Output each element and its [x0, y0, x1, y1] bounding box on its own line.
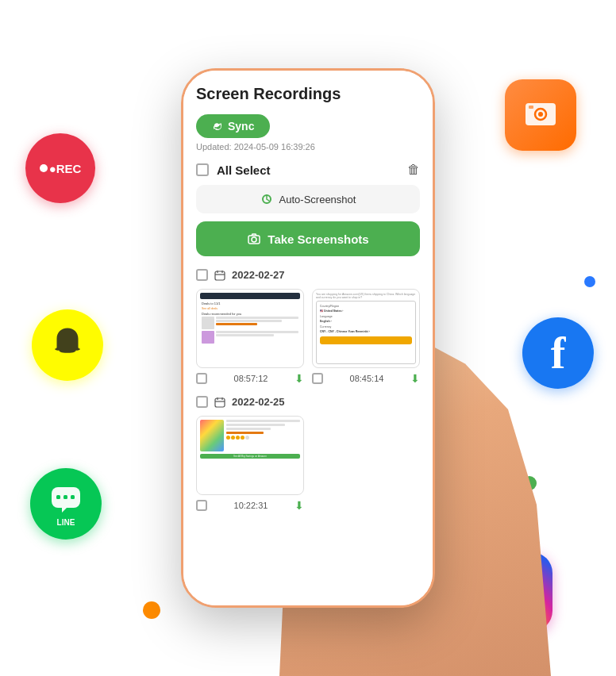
screenshots-row-1: Deals to 11/1 See all deals Deals recomm… — [196, 289, 420, 385]
all-select-row: All Select 🗑 — [196, 163, 420, 177]
svg-rect-8 — [71, 495, 75, 499]
instagram-icon — [490, 569, 536, 615]
snapchat-icon — [46, 324, 89, 367]
download-icon-2[interactable]: ⬇ — [410, 372, 420, 385]
take-screenshot-icon — [247, 232, 261, 246]
svg-rect-7 — [64, 495, 67, 499]
line-icon — [48, 481, 84, 517]
screenshots-row-2: See All Big Savings on Amazon 10:22:31 ⬇ — [196, 416, 420, 512]
phone-shell: Screen Recordings Sync Updated: 2024-05-… — [181, 68, 435, 608]
screenshot-time-row-3: 10:22:31 ⬇ — [196, 499, 304, 512]
rec-badge: ●REC — [25, 133, 95, 203]
auto-screenshot-label: Auto-Screenshot — [279, 194, 356, 205]
calendar-icon-2 — [214, 397, 225, 408]
download-icon-1[interactable]: ⬇ — [295, 372, 304, 385]
all-select-checkbox[interactable] — [196, 163, 209, 176]
svg-point-2 — [538, 112, 543, 117]
snapchat-badge — [32, 309, 103, 381]
line-badge: LINE — [30, 468, 102, 540]
screenshot-thumb-2: You are shopping for Amazon.com(US) Item… — [312, 289, 420, 368]
take-screenshot-button[interactable]: Take Screenshots — [196, 221, 420, 256]
orange-dot-decoration — [143, 601, 160, 619]
phone-screen: Screen Recordings Sync Updated: 2024-05-… — [183, 71, 433, 605]
svg-rect-3 — [529, 106, 533, 109]
date-checkbox-1[interactable] — [196, 269, 208, 281]
auto-screenshot-button[interactable]: Auto-Screenshot — [196, 185, 420, 213]
screenshot-checkbox-2[interactable] — [312, 373, 323, 384]
date-header-1: 2022-02-27 — [196, 269, 420, 281]
date-checkbox-2[interactable] — [196, 396, 208, 408]
delete-icon[interactable]: 🗑 — [407, 163, 420, 177]
facebook-badge: f — [522, 317, 594, 389]
sync-icon — [212, 121, 223, 132]
svg-point-10 — [505, 584, 521, 600]
screenshot-time-row-1: 08:57:12 ⬇ — [196, 372, 304, 385]
screenshot-item-2: You are shopping for Amazon.com(US) Item… — [312, 289, 420, 385]
green-dot-decoration — [522, 476, 537, 490]
auto-screenshot-icon — [260, 193, 273, 205]
svg-rect-19 — [215, 398, 225, 407]
screenshot-checkbox-1[interactable] — [196, 373, 207, 384]
date-header-2: 2022-02-25 — [196, 396, 420, 408]
svg-rect-6 — [56, 495, 60, 499]
screenshot-item-1: Deals to 11/1 See all deals Deals recomm… — [196, 289, 304, 385]
calendar-icon-1 — [214, 270, 225, 281]
time-label-3: 10:22:31 — [234, 501, 268, 510]
download-icon-3[interactable]: ⬇ — [295, 499, 304, 512]
time-label-1: 08:57:12 — [234, 374, 268, 383]
instagram-badge — [473, 552, 552, 632]
screen-title: Screen Recordings — [196, 85, 420, 103]
popup-box: Country/Region 🇺🇸 United States › Langua… — [316, 301, 416, 364]
thumb-nav-bar — [200, 293, 300, 299]
facebook-icon: f — [551, 331, 566, 375]
svg-point-14 — [252, 237, 256, 242]
time-label-2: 08:45:14 — [350, 374, 384, 383]
take-screenshot-label: Take Screenshots — [268, 232, 368, 246]
date-label-2: 2022-02-25 — [232, 396, 285, 408]
svg-point-11 — [520, 579, 525, 584]
screenshot-thumb-1: Deals to 11/1 See all deals Deals recomm… — [196, 289, 304, 368]
line-text: LINE — [48, 518, 84, 527]
screenshot-tool-icon — [521, 95, 560, 135]
scene: ●REC f LINE — [0, 0, 616, 676]
screenshot-thumb-3: See All Big Savings on Amazon — [196, 416, 304, 495]
sync-button[interactable]: Sync — [196, 114, 270, 138]
sync-label: Sync — [228, 120, 254, 133]
svg-rect-15 — [215, 271, 225, 280]
date-label-1: 2022-02-27 — [232, 269, 285, 281]
screen-content: Screen Recordings Sync Updated: 2024-05-… — [183, 71, 433, 605]
rec-label: ●REC — [49, 162, 82, 175]
screenshot-item-3: See All Big Savings on Amazon 10:22:31 ⬇ — [196, 416, 304, 512]
svg-marker-5 — [62, 508, 67, 513]
updated-text: Updated: 2024-05-09 16:39:26 — [196, 142, 420, 152]
screenshot-time-row-2: 08:45:14 ⬇ — [312, 372, 420, 385]
rec-dot-icon — [40, 164, 48, 172]
screenshot-tool-badge — [505, 79, 576, 151]
popup-confirm-btn — [320, 336, 412, 344]
blue-dot-decoration — [584, 276, 595, 287]
date-group-1: 2022-02-27 Deals to 11/1 See all deals D… — [196, 269, 420, 385]
svg-rect-9 — [496, 575, 529, 609]
date-group-2: 2022-02-25 — [196, 396, 420, 512]
screenshot-checkbox-3[interactable] — [196, 500, 207, 511]
all-select-label: All Select — [217, 163, 399, 177]
